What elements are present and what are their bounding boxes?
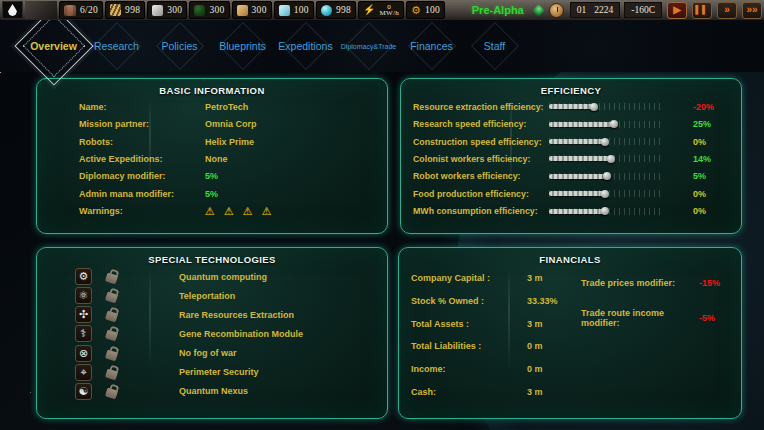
starfield [0,72,1,73]
fin-row-trade-route-income-modifier: Trade route income modifier: -5% [581,306,743,330]
panel-title: SPECIAL TECHNOLOGIES [37,248,387,265]
efficiency-row-resource-extraction: Resource extraction efficiency: -20% [401,98,741,115]
special-tech-rows: ⚙ Quantum computing ⚛ Teleportation ✣ Ra… [37,265,387,407]
info-row-diplomacy-modifier: Diplomacy modifier: 5% [37,168,387,185]
info-row-name: Name: PetroTech [37,98,387,115]
resource-energy: ⚡ 0 MW/h [358,1,404,19]
lock-icon [105,349,118,361]
efficiency-slider[interactable] [549,172,661,181]
resource-colonists: 6/20 [59,1,103,19]
slider-thumb[interactable] [601,138,609,146]
lock-icon [105,273,118,285]
fastest-forward-button[interactable]: »» [742,2,762,19]
fin-row-total-assets: Total Assets : 3 m [399,314,599,334]
tech-row-rare-resources-extraction: ✣ Rare Resources Extraction [37,305,387,324]
date-display: 01 2224 [570,2,621,18]
energy-value: 0 MW/h [380,4,399,16]
efficiency-row-colonist-workers: Colonist workers efficiency: 14% [401,150,741,167]
resource-crystal: 998 [316,1,356,19]
financials-right-column: Trade prices modifier: -15% Trade route … [581,271,743,341]
temperature-display: -160C [624,2,662,18]
tab-staff[interactable]: Staff [463,20,526,72]
game-screen: 6/20 998 300 300 300 100 998 ⚡ [0,0,764,430]
top-resource-bar: 6/20 998 300 300 300 100 998 ⚡ [0,0,764,20]
tab-diplomacy-trade[interactable]: Diplomacy&Trade [337,20,400,72]
fast-forward-button[interactable]: » [717,2,737,19]
date-year: 2224 [594,5,613,15]
colonists-value: 6/20 [80,5,98,15]
biomass-icon [194,5,205,16]
tab-policies[interactable]: Policies [148,20,211,72]
tab-finances[interactable]: Finances [400,20,463,72]
efficiency-row-construction-speed: Construction speed efficiency: 0% [401,133,741,150]
warning-icons: ⚠ ⚠ ⚠ ⚠ [205,206,272,217]
resource-gold: ⚙ 100 [406,1,445,19]
efficiency-row-food-production: Food production efficiency: 0% [401,185,741,202]
panel-title: BASIC INFORMATION [37,79,387,96]
efficiency-panel: EFFICIENCY Resource extraction efficienc… [400,78,742,234]
gold-gear-icon: ⚙ [411,5,421,16]
spiral-icon[interactable]: ☯ [75,383,92,400]
crossed-eye-icon[interactable]: ⊗ [75,345,92,362]
lock-icon [105,292,118,304]
tech-row-perimeter-security: ⌖ Perimeter Security [37,363,387,382]
tech-row-quantum-nexus: ☯ Quantum Nexus [37,382,387,401]
tech-row-no-fog-of-war: ⊗ No fog of war [37,344,387,363]
slider-thumb[interactable] [590,103,598,111]
tab-strip: Overview Research Policies Blueprints Ex… [22,20,526,72]
fin-row-stock-owned: Stock % Owned : 33.33% [399,291,599,311]
efficiency-row-research-speed: Research speed efficiency: 25% [401,116,741,133]
panel-title: FINANCIALS [399,248,741,265]
slider-thumb[interactable] [607,155,615,163]
lock-icon [105,311,118,323]
resource-biomass: 300 [189,1,229,19]
efficiency-slider[interactable] [549,207,661,216]
efficiency-slider[interactable] [549,154,661,163]
fan-icon[interactable]: ✣ [75,306,92,323]
build-version-label: Pre-Alpha [472,4,524,16]
atom-icon[interactable]: ⚛ [75,287,92,304]
efficiency-slider[interactable] [549,189,661,198]
tech-row-gene-recombination: ⚕ Gene Recombination Module [37,324,387,343]
tab-expeditions[interactable]: Expeditions [274,20,337,72]
stone-value: 300 [167,5,182,15]
gene-icon[interactable]: ⚕ [75,325,92,342]
resource-ice: 100 [274,1,314,19]
terrain-thumbnail [25,1,57,19]
lock-icon [105,368,118,380]
slider-thumb[interactable] [601,190,609,198]
tab-research[interactable]: Research [85,20,148,72]
warning-icon-4: ⚠ [262,206,272,217]
crystal-value: 998 [336,5,351,15]
gear-icon[interactable]: ⚙ [75,268,92,285]
tab-blueprints[interactable]: Blueprints [211,20,274,72]
resource-stone: 300 [147,1,187,19]
game-logo [2,1,23,19]
efficiency-slider[interactable] [549,120,661,129]
ice-value: 100 [294,5,309,15]
gold-value: 100 [425,5,440,15]
play-button[interactable]: ▶ [667,2,687,19]
financials-grid: Company Capital : 3 m Stock % Owned : 33… [399,265,741,411]
tech-row-teleportation: ⚛ Teleportation [37,286,387,305]
info-row-warnings: Warnings: ⚠ ⚠ ⚠ ⚠ [37,203,387,220]
efficiency-slider[interactable] [549,102,661,111]
tech-row-quantum-computing: ⚙ Quantum computing [37,267,387,286]
colonists-icon [64,5,76,16]
efficiency-slider[interactable] [549,137,661,146]
special-technologies-panel: SPECIAL TECHNOLOGIES ⚙ Quantum computing… [36,247,388,419]
wheat-icon [110,4,121,16]
efficiency-row-robot-workers: Robot workers efficiency: 5% [401,168,741,185]
sand-value: 300 [252,5,267,15]
financials-left-column: Company Capital : 3 m Stock % Owned : 33… [399,265,599,411]
tab-overview[interactable]: Overview [22,20,85,72]
energy-bolt-icon: ⚡ [363,5,375,15]
antenna-icon[interactable]: ⌖ [75,364,92,381]
pause-button[interactable]: ▌▌ [692,2,712,19]
fin-row-total-liabilities: Total Liabilities : 0 m [399,336,599,356]
resource-food: 998 [105,1,145,19]
water-drop-icon [8,4,17,16]
info-row-active-expeditions: Active Expeditions: None [37,150,387,167]
info-row-mission-partner: Mission partner: Omnia Corp [37,115,387,132]
fin-row-trade-prices-modifier: Trade prices modifier: -15% [581,271,743,295]
